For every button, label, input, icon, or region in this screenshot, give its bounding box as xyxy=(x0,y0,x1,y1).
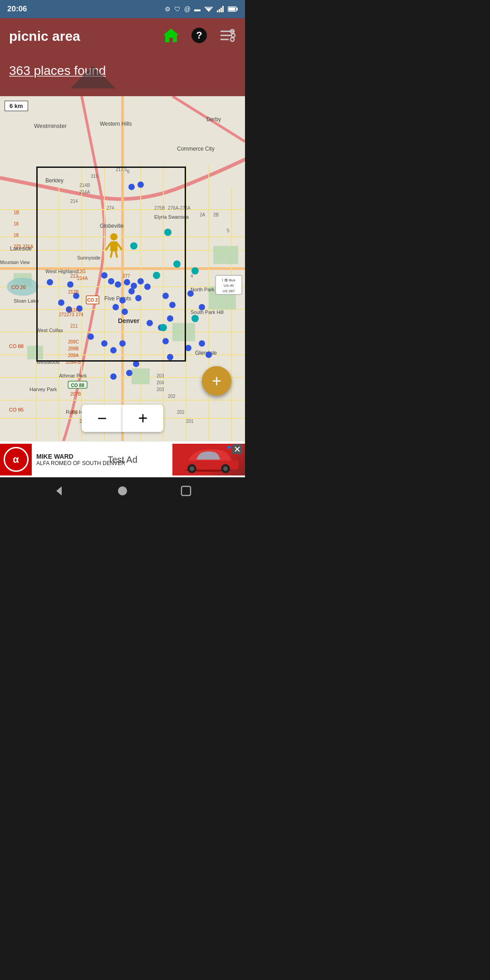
svg-point-108 xyxy=(162,338,169,344)
svg-text:205: 205 xyxy=(70,410,78,415)
svg-text:272: 272 xyxy=(59,312,67,317)
svg-text:CO 88: CO 88 xyxy=(9,343,24,349)
zoom-out-button[interactable]: − xyxy=(82,405,122,432)
svg-text:US 287: US 287 xyxy=(223,289,235,293)
svg-text:2A: 2A xyxy=(200,212,206,217)
svg-line-175 xyxy=(118,244,122,250)
svg-text:275B: 275B xyxy=(154,206,165,211)
svg-text:Globeville: Globeville xyxy=(100,223,124,229)
home-nav-button[interactable] xyxy=(114,483,131,499)
svg-text:273: 273 xyxy=(67,312,74,317)
svg-text:274: 274 xyxy=(107,206,114,211)
svg-text:4: 4 xyxy=(191,274,193,279)
svg-point-96 xyxy=(135,295,142,301)
svg-rect-42 xyxy=(172,323,195,341)
status-icons: ⚙ 🛡 @ ▬ xyxy=(165,5,238,13)
svg-rect-3 xyxy=(219,9,220,12)
svg-point-122 xyxy=(164,229,172,236)
svg-point-105 xyxy=(101,340,108,347)
svg-point-187 xyxy=(118,486,127,495)
svg-point-91 xyxy=(124,279,130,285)
svg-point-125 xyxy=(191,315,199,322)
svg-point-16 xyxy=(231,34,235,37)
results-bar: 363 places found xyxy=(0,54,245,96)
help-button[interactable]: ? xyxy=(191,27,208,46)
shield-icon: 🛡 xyxy=(174,5,181,13)
signal-icon xyxy=(217,6,224,12)
svg-point-80 xyxy=(137,181,144,188)
svg-text:209C: 209C xyxy=(68,339,79,344)
map-container[interactable]: CO 26 CO 88 CO 95 CO 2 Westminster Weste… xyxy=(0,96,245,441)
fab-add-button[interactable]: + xyxy=(202,366,231,396)
svg-point-172 xyxy=(110,233,118,240)
svg-text:271A: 271A xyxy=(23,244,34,249)
scale-bar: 6 km xyxy=(5,101,28,111)
svg-point-90 xyxy=(115,281,121,288)
svg-text:202: 202 xyxy=(177,410,185,415)
svg-text:270: 270 xyxy=(14,244,21,249)
app-title: picnic area xyxy=(9,29,162,44)
svg-marker-9 xyxy=(163,29,179,42)
svg-text:203: 203 xyxy=(157,373,164,378)
filter-button[interactable] xyxy=(219,27,236,46)
svg-text:Commerce City: Commerce City xyxy=(177,146,215,152)
ad-close-button[interactable] xyxy=(232,444,242,454)
svg-text:214A: 214A xyxy=(77,276,88,281)
zoom-in-button[interactable]: + xyxy=(122,405,163,432)
person-marker xyxy=(104,232,123,258)
svg-text:214B: 214B xyxy=(79,183,90,188)
svg-point-119 xyxy=(153,272,160,279)
recents-button[interactable] xyxy=(178,483,194,499)
ad-company-name: MIKE WARD xyxy=(36,453,168,460)
svg-point-113 xyxy=(199,340,205,347)
home-button[interactable] xyxy=(162,27,180,46)
svg-text:315: 315 xyxy=(91,174,98,179)
zoom-controls: − + xyxy=(82,405,163,432)
battery-icon xyxy=(228,6,238,12)
svg-point-88 xyxy=(101,272,108,279)
svg-text:274: 274 xyxy=(76,312,83,317)
svg-text:18: 18 xyxy=(14,233,19,238)
at-icon: @ xyxy=(184,5,191,13)
back-button[interactable] xyxy=(51,483,67,499)
svg-rect-2 xyxy=(217,10,218,12)
svg-point-118 xyxy=(110,373,117,380)
svg-text:South Park Hill: South Park Hill xyxy=(191,309,224,315)
svg-text:203: 203 xyxy=(157,387,164,392)
wifi-icon xyxy=(204,6,213,12)
svg-point-83 xyxy=(47,279,53,285)
svg-text:214: 214 xyxy=(70,199,78,204)
svg-marker-18 xyxy=(70,66,116,88)
svg-rect-46 xyxy=(27,346,43,359)
svg-point-107 xyxy=(119,340,126,347)
svg-point-117 xyxy=(126,370,132,376)
scale-label: 6 km xyxy=(10,103,23,109)
gear-icon: ⚙ xyxy=(165,5,171,13)
svg-line-176 xyxy=(111,251,112,258)
svg-point-17 xyxy=(230,38,234,41)
svg-text:209A: 209A xyxy=(68,353,79,358)
svg-point-109 xyxy=(147,320,153,326)
svg-point-82 xyxy=(67,281,74,288)
svg-rect-7 xyxy=(236,8,238,10)
svg-text:18: 18 xyxy=(14,221,19,226)
svg-text:214A: 214A xyxy=(79,190,90,195)
svg-point-95 xyxy=(128,288,135,294)
svg-point-114 xyxy=(206,352,212,358)
svg-point-103 xyxy=(169,302,176,308)
svg-text:202: 202 xyxy=(168,394,176,399)
svg-text:204: 204 xyxy=(157,380,164,385)
svg-text:Harvey Park: Harvey Park xyxy=(29,387,57,392)
card-icon: ▬ xyxy=(194,5,201,13)
svg-line-177 xyxy=(116,251,117,258)
svg-text:Athmar Park: Athmar Park xyxy=(59,373,87,378)
svg-text:276A-276A: 276A-276A xyxy=(168,206,191,211)
svg-point-106 xyxy=(110,347,117,353)
svg-text:West Colfax: West Colfax xyxy=(36,328,64,333)
svg-text:4: 4 xyxy=(225,278,227,283)
svg-rect-188 xyxy=(181,486,191,495)
svg-text:201: 201 xyxy=(186,419,194,424)
svg-text:Sunnyside: Sunnyside xyxy=(77,255,100,260)
svg-point-93 xyxy=(137,278,144,284)
svg-rect-44 xyxy=(213,246,238,264)
